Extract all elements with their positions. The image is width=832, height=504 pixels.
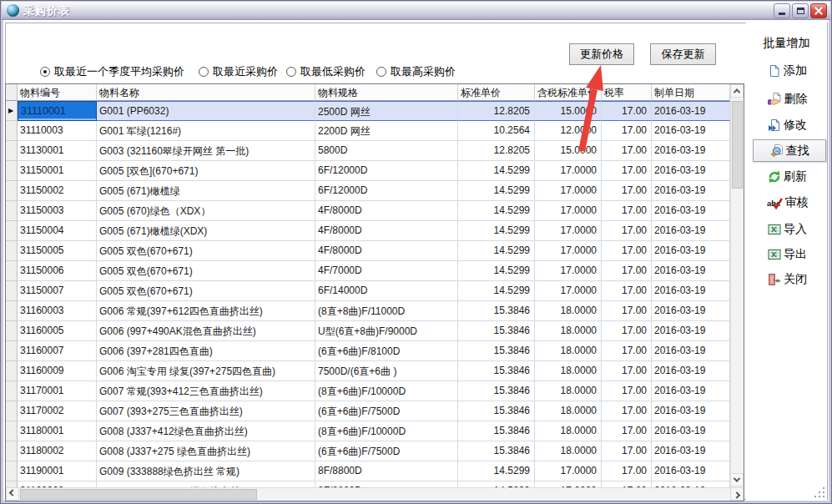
cell-code[interactable]: 31130001 <box>18 141 97 161</box>
cell-tax_rate[interactable]: 17.00 <box>602 121 652 141</box>
cell-tax_rate[interactable]: 17.00 <box>602 221 652 241</box>
cell-name[interactable]: G006 (997+490AK混色直曲挤出丝) <box>97 321 315 341</box>
cell-price[interactable]: 15.3846 <box>458 321 535 341</box>
save-update-button[interactable]: 保存更新 <box>650 43 716 65</box>
cell-tax_price[interactable]: 17.0000 <box>535 261 602 281</box>
resize-grip[interactable] <box>812 485 825 498</box>
cell-date[interactable]: 2016-03-19 <box>652 261 730 281</box>
cell-tax_rate[interactable]: 17.00 <box>602 461 652 481</box>
cell-name[interactable]: G008 (J337+412绿色直曲挤出丝) <box>97 421 315 441</box>
cell-tax_price[interactable]: 18.0000 <box>535 341 602 361</box>
cell-name[interactable]: G001 军绿(1216#) <box>97 121 315 141</box>
cell-tax_price[interactable]: 17.0000 <box>535 221 602 241</box>
current-row-marker[interactable]: ▶ <box>6 101 18 121</box>
table-row[interactable]: 31180001G008 (J337+412绿色直曲挤出丝)(8直+6曲)F/1… <box>6 421 730 441</box>
scroll-left-button[interactable] <box>6 487 19 501</box>
cell-price[interactable]: 15.3846 <box>458 441 535 461</box>
cell-spec[interactable]: 6F/14000D <box>315 281 458 301</box>
cell-tax_price[interactable]: 18.0000 <box>535 381 602 401</box>
cell-spec[interactable]: 4F/8000D <box>315 241 458 261</box>
cell-price[interactable]: 14.5299 <box>458 201 535 221</box>
row-indicator[interactable] <box>6 481 18 487</box>
column-header-1[interactable]: 物料名称 <box>97 84 315 101</box>
column-header-6[interactable]: 制单日期 <box>652 84 730 101</box>
table-row[interactable]: 31150006G005 双色(670+671)4F/7000D14.52991… <box>6 261 730 281</box>
cell-price[interactable]: 15.3846 <box>458 341 535 361</box>
cell-code[interactable]: 31150005 <box>18 241 97 261</box>
scroll-down-button[interactable] <box>730 473 744 486</box>
cell-spec[interactable]: 4F/8000D <box>315 221 458 241</box>
row-indicator[interactable] <box>6 261 18 281</box>
cell-code[interactable]: 31150001 <box>18 161 97 181</box>
cell-name[interactable]: G005 (670)绿色（XDX） <box>97 201 315 221</box>
cell-price[interactable]: 14.5299 <box>458 261 535 281</box>
price-mode-radio-1[interactable]: 取最近采购价 <box>199 64 278 79</box>
cell-tax_price[interactable]: 17.0000 <box>535 481 602 487</box>
cell-tax_rate[interactable]: 17.00 <box>602 101 652 121</box>
sidebar-item-关闭[interactable]: 关闭 <box>751 270 824 290</box>
cell-name[interactable]: G006 (397+281四色直曲) <box>97 341 315 361</box>
table-row[interactable]: 31130001G003 (321160翠绿开网丝 第一批)5800D12.82… <box>6 141 730 161</box>
cell-name[interactable]: G005 (671)橄榄绿 <box>97 181 315 201</box>
cell-name[interactable]: G007 (393+275三色直曲挤出丝) <box>97 401 315 421</box>
update-price-button[interactable]: 更新价格 <box>569 43 634 65</box>
cell-spec[interactable]: 4F/8000D <box>315 201 458 221</box>
minimize-button[interactable] <box>774 3 790 18</box>
cell-name[interactable]: G009 (333888(+7.1)绿色挤出丝) <box>97 481 315 487</box>
table-row[interactable]: 31190001G009 (333888绿色挤出丝 常规)8F/8800D14.… <box>6 461 730 481</box>
cell-tax_rate[interactable]: 17.00 <box>602 261 652 281</box>
cell-code[interactable]: 31190002 <box>18 481 97 487</box>
cell-name[interactable]: G007 常规(393+412三色直曲挤出丝) <box>97 381 315 401</box>
cell-price[interactable]: 14.5299 <box>458 281 535 301</box>
table-row[interactable]: 31160007G006 (397+281四色直曲)(6直+6曲)F/8100D… <box>6 341 730 361</box>
row-indicator[interactable] <box>6 161 18 181</box>
cell-date[interactable]: 2016-03-19 <box>652 381 730 401</box>
cell-date[interactable]: 2016-03-19 <box>652 401 730 421</box>
cell-name[interactable]: G006 常规(397+612四色直曲挤出丝) <box>97 301 315 321</box>
table-row[interactable]: 31110003G001 军绿(1216#)2200D 网丝10.256412.… <box>6 121 730 141</box>
vertical-scroll-thumb[interactable] <box>732 101 743 189</box>
cell-spec[interactable]: 2500D 网丝 <box>315 101 458 121</box>
row-indicator[interactable] <box>6 281 18 301</box>
cell-spec[interactable]: U型(6直+8曲)F/9000D <box>315 321 458 341</box>
close-button[interactable] <box>810 3 827 18</box>
cell-date[interactable]: 2016-03-19 <box>652 201 730 221</box>
horizontal-scroll-thumb[interactable] <box>20 489 257 500</box>
cell-date[interactable]: 2016-03-19 <box>652 121 730 141</box>
row-indicator[interactable] <box>6 221 18 241</box>
cell-spec[interactable]: (8直+6曲)F/10000D <box>315 421 458 441</box>
table-row[interactable]: 31160005G006 (997+490AK混色直曲挤出丝)U型(6直+8曲)… <box>6 321 730 341</box>
cell-price[interactable]: 15.3846 <box>458 401 535 421</box>
cell-tax_rate[interactable]: 17.00 <box>602 301 652 321</box>
cell-spec[interactable]: 6F/12000D <box>315 181 458 201</box>
cell-date[interactable]: 2016-03-19 <box>652 461 730 481</box>
cell-code[interactable]: 31180001 <box>18 421 97 441</box>
table-row[interactable]: 31150003G005 (670)绿色（XDX）4F/8000D14.5299… <box>6 201 730 221</box>
cell-tax_price[interactable]: 18.0000 <box>535 321 602 341</box>
row-indicator[interactable] <box>6 141 18 161</box>
cell-code[interactable]: 31150006 <box>18 261 97 281</box>
sidebar-item-导出[interactable]: X导出 <box>751 244 824 265</box>
sidebar-item-导入[interactable]: X导入 <box>751 219 824 239</box>
cell-tax_price[interactable]: 18.0000 <box>535 301 602 321</box>
cell-code[interactable]: 31160009 <box>18 361 97 381</box>
cell-tax_price[interactable]: 17.0000 <box>535 181 602 201</box>
cell-date[interactable]: 2016-03-19 <box>652 421 730 441</box>
sidebar-item-添加[interactable]: 添加 <box>751 61 824 81</box>
row-indicator[interactable] <box>6 341 18 361</box>
cell-code[interactable]: 31110001 <box>18 101 97 121</box>
table-row[interactable]: 31150001G005 [双色](670+671)6F/12000D14.52… <box>6 161 730 181</box>
cell-tax_price[interactable]: 17.0000 <box>535 241 602 261</box>
cell-price[interactable]: 14.5299 <box>458 481 535 487</box>
cell-price[interactable]: 14.5299 <box>458 241 535 261</box>
row-indicator[interactable] <box>6 321 18 341</box>
horizontal-scrollbar[interactable] <box>6 487 744 501</box>
cell-tax_rate[interactable]: 17.00 <box>602 161 652 181</box>
cell-name[interactable]: G005 双色(670+671) <box>97 261 315 281</box>
cell-name[interactable]: G006 淘宝专用 绿复(397+275四色直曲) <box>97 361 315 381</box>
cell-price[interactable]: 15.3846 <box>458 421 535 441</box>
cell-spec[interactable]: 7500D/(6直+6曲 ) <box>315 361 458 381</box>
cell-price[interactable]: 12.8205 <box>458 141 535 161</box>
cell-spec[interactable]: 5800D <box>315 141 458 161</box>
column-header-3[interactable]: 标准单价 <box>458 84 535 101</box>
